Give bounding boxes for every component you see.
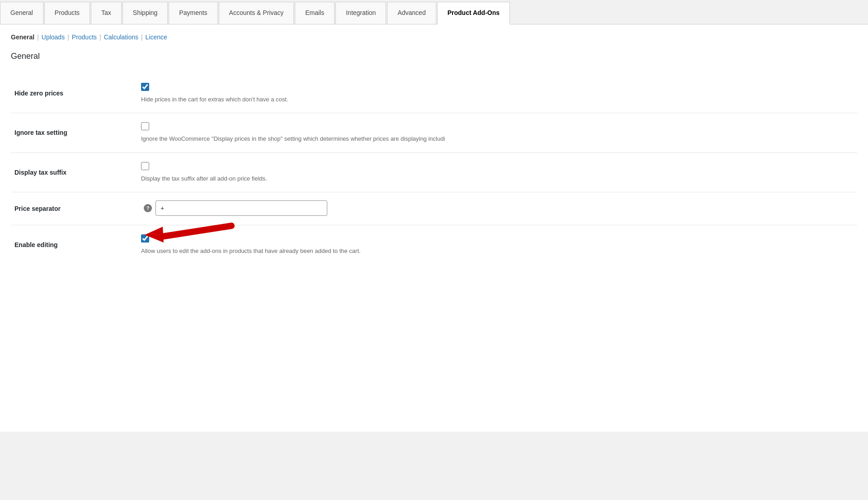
setting-label-display-tax-suffix: Display tax suffix bbox=[14, 169, 66, 176]
field-description-ignore-tax-setting: Ignore the WooCommerce "Display prices i… bbox=[141, 134, 854, 143]
tab-payments[interactable]: Payments bbox=[169, 2, 217, 24]
checkbox-hide-zero-prices[interactable] bbox=[141, 83, 149, 91]
sub-nav: General|Uploads|Products|Calculations|Li… bbox=[11, 33, 857, 41]
setting-label-price-separator: Price separator bbox=[14, 205, 61, 212]
subnav-separator: | bbox=[141, 33, 143, 41]
tab-emails[interactable]: Emails bbox=[295, 2, 335, 24]
tab-product-add-ons[interactable]: Product Add-Ons bbox=[437, 2, 510, 24]
tab-general[interactable]: General bbox=[0, 2, 43, 24]
tab-integration[interactable]: Integration bbox=[335, 2, 386, 24]
field-description-enable-editing: Allow users to edit the add-ons in produ… bbox=[141, 247, 854, 256]
checkbox-ignore-tax-setting[interactable] bbox=[141, 122, 149, 130]
field-description-hide-zero-prices: Hide prices in the cart for extras which… bbox=[141, 95, 854, 104]
checkbox-enable-editing[interactable] bbox=[141, 234, 149, 243]
settings-table: Hide zero pricesHide prices in the cart … bbox=[11, 74, 857, 265]
tab-tax[interactable]: Tax bbox=[91, 2, 122, 24]
input-price-separator[interactable] bbox=[156, 200, 327, 216]
setting-row-display-tax-suffix: Display tax suffixDisplay the tax suffix… bbox=[11, 152, 857, 192]
subnav-separator: | bbox=[67, 33, 69, 41]
subnav-link-licence[interactable]: Licence bbox=[146, 33, 167, 41]
subnav-link-products[interactable]: Products bbox=[72, 33, 97, 41]
setting-row-enable-editing: Enable editingAllow users to edit the ad… bbox=[11, 225, 857, 265]
subnav-current: General bbox=[11, 33, 34, 41]
subnav-link-calculations[interactable]: Calculations bbox=[104, 33, 138, 41]
help-icon-price-separator[interactable]: ? bbox=[144, 204, 152, 212]
content-area: General|Uploads|Products|Calculations|Li… bbox=[0, 24, 868, 432]
section-title: General bbox=[11, 52, 857, 61]
subnav-separator: | bbox=[37, 33, 39, 41]
checkbox-display-tax-suffix[interactable] bbox=[141, 162, 149, 170]
setting-row-hide-zero-prices: Hide zero pricesHide prices in the cart … bbox=[11, 74, 857, 113]
tabs-bar: GeneralProductsTaxShippingPaymentsAccoun… bbox=[0, 0, 868, 24]
tab-shipping[interactable]: Shipping bbox=[123, 2, 168, 24]
setting-row-ignore-tax-setting: Ignore tax settingIgnore the WooCommerce… bbox=[11, 113, 857, 153]
tab-advanced[interactable]: Advanced bbox=[387, 2, 436, 24]
svg-line-0 bbox=[161, 226, 231, 237]
setting-label-ignore-tax-setting: Ignore tax setting bbox=[14, 129, 67, 136]
tab-accounts-privacy[interactable]: Accounts & Privacy bbox=[219, 2, 294, 24]
setting-label-hide-zero-prices: Hide zero prices bbox=[14, 90, 63, 97]
field-description-display-tax-suffix: Display the tax suffix after all add-on … bbox=[141, 174, 854, 183]
tab-products[interactable]: Products bbox=[44, 2, 90, 24]
setting-row-price-separator: Price separator? bbox=[11, 192, 857, 225]
subnav-separator: | bbox=[99, 33, 101, 41]
setting-label-enable-editing: Enable editing bbox=[14, 241, 58, 248]
subnav-link-uploads[interactable]: Uploads bbox=[42, 33, 65, 41]
